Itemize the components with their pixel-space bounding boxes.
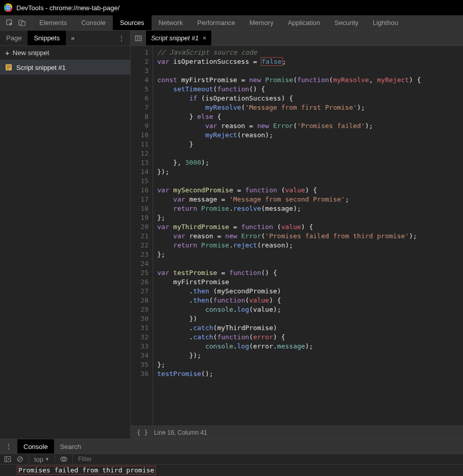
- line-gutter: 1234567891011121314151617181920212223242…: [131, 46, 153, 425]
- clear-console-icon[interactable]: [16, 456, 23, 463]
- tab-elements[interactable]: Elements: [32, 15, 74, 30]
- tab-application[interactable]: Application: [281, 15, 328, 30]
- chevron-down-icon: ▼: [45, 457, 50, 462]
- editor-panel: Script snippet #1 × 12345678910111213141…: [131, 31, 463, 439]
- drawer-tab-search[interactable]: Search: [54, 439, 87, 454]
- tab-console[interactable]: Console: [74, 15, 113, 30]
- console-message[interactable]: Promises failed from third promise: [17, 466, 155, 474]
- tab-memory[interactable]: Memory: [242, 15, 281, 30]
- drawer: Console Search top ▼ Promises failed fro…: [0, 439, 463, 476]
- tab-security[interactable]: Security: [327, 15, 365, 30]
- filter-input[interactable]: [78, 455, 459, 464]
- editor-tab[interactable]: Script snippet #1 ×: [146, 31, 211, 45]
- console-sidebar-toggle-icon[interactable]: [4, 456, 11, 463]
- snippet-item-label: Script snippet #1: [16, 64, 66, 71]
- tab-sources[interactable]: Sources: [113, 15, 152, 30]
- navigator-menu-icon[interactable]: [113, 31, 130, 45]
- svg-point-5: [7, 7, 10, 9]
- navigator-panel: Page Snippets » + New snippet Script sni…: [0, 31, 131, 439]
- live-expression-icon[interactable]: [60, 456, 67, 463]
- tab-performance[interactable]: Performance: [190, 15, 242, 30]
- svg-line-15: [18, 458, 22, 461]
- drawer-menu-icon[interactable]: [0, 439, 17, 454]
- main-tabstrip: ElementsConsoleSourcesNetworkPerformance…: [0, 15, 463, 31]
- device-toggle-icon[interactable]: [18, 19, 26, 27]
- snippet-item[interactable]: Script snippet #1: [0, 60, 130, 74]
- console-output: Promises failed from third promise: [0, 465, 463, 476]
- inspect-icon[interactable]: [6, 19, 13, 27]
- svg-point-16: [62, 458, 65, 460]
- subtab-page[interactable]: Page: [0, 31, 28, 45]
- tab-lighthou[interactable]: Lighthou: [365, 15, 405, 30]
- chrome-logo-icon: [4, 4, 12, 12]
- code-content[interactable]: // JavaScript source codevar isOperation…: [153, 46, 463, 425]
- new-snippet-label: New snippet: [13, 49, 50, 57]
- toggle-navigator-icon[interactable]: [131, 31, 146, 45]
- editor-statusbar: { } Line 16, Column 41: [131, 425, 463, 439]
- close-icon[interactable]: ×: [203, 35, 206, 42]
- tab-network[interactable]: Network: [152, 15, 190, 30]
- plus-icon: +: [5, 48, 10, 57]
- new-snippet-button[interactable]: + New snippet: [0, 46, 130, 60]
- window-title: DevTools - chrome://new-tab-page/: [16, 4, 119, 12]
- subtab-snippets[interactable]: Snippets: [28, 31, 66, 45]
- editor-tab-label: Script snippet #1: [151, 35, 199, 42]
- code-editor[interactable]: 1234567891011121314151617181920212223242…: [131, 46, 463, 425]
- subtab-overflow[interactable]: »: [66, 31, 80, 45]
- snippet-file-icon: [5, 64, 12, 71]
- pretty-print-icon[interactable]: { }: [137, 429, 148, 436]
- svg-rect-8: [21, 21, 25, 26]
- cursor-position: Line 16, Column 41: [154, 429, 207, 436]
- drawer-tab-console[interactable]: Console: [17, 439, 54, 454]
- context-selector[interactable]: top ▼: [34, 456, 50, 463]
- window-titlebar: DevTools - chrome://new-tab-page/: [0, 0, 463, 15]
